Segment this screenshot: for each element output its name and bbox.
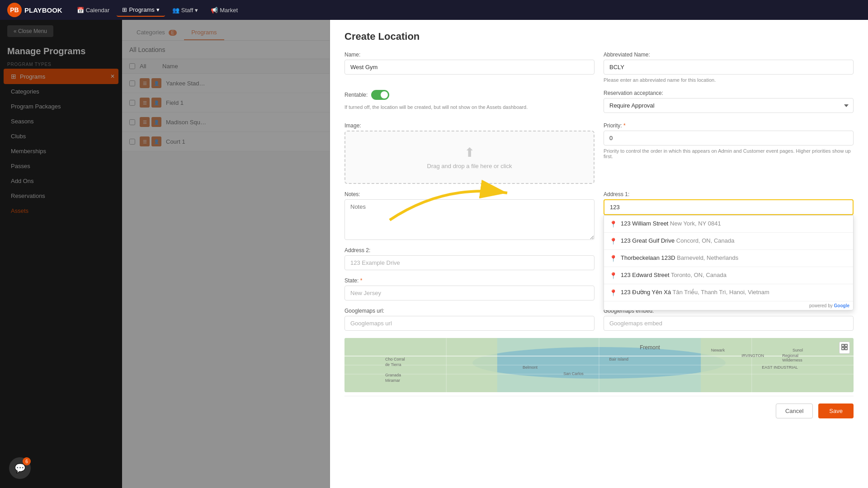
toggle-slider: [371, 90, 389, 100]
svg-rect-28: [845, 347, 847, 350]
pin-icon: 📍: [609, 221, 617, 228]
google-text: Google: [834, 303, 849, 308]
state-label: State: *: [344, 277, 594, 284]
notes-label: Notes:: [344, 191, 594, 197]
svg-text:Cho Corral: Cho Corral: [385, 357, 405, 361]
googlemaps-url-label: Googlemaps url:: [344, 308, 594, 314]
address2-input[interactable]: [344, 255, 594, 270]
rentable-label: Rentable:: [344, 92, 368, 98]
expand-icon: [841, 344, 848, 350]
notes-textarea[interactable]: [344, 199, 594, 240]
autocomplete-text: Thorbeckelaan 123D Barneveld, Netherland…: [621, 254, 738, 261]
priority-label: Priority: *: [604, 122, 854, 129]
name-label: Name:: [344, 52, 594, 58]
upload-icon: ⬆: [359, 145, 580, 160]
reservation-acceptance-label: Reservation acceptance:: [604, 90, 854, 96]
rentable-hint: If turned off, the location will be crea…: [344, 104, 594, 110]
autocomplete-text: 123 Đường Yên Xá Tân Triều, Thanh Trì, H…: [621, 289, 769, 296]
svg-text:IRVINGTON: IRVINGTON: [741, 353, 764, 358]
form-group-notes: Notes:: [344, 191, 594, 240]
address2-label: Address 2:: [344, 247, 594, 253]
form-group-googlemaps-embed: Googlemaps embed:: [604, 308, 854, 331]
image-upload-text: Drag and drop a file here or click: [427, 163, 512, 169]
backdrop-overlay: [122, 20, 330, 488]
autocomplete-item[interactable]: 📍 123 William Street New York, NY 0841: [604, 216, 853, 233]
logo: PB PLAYBOOK: [7, 3, 62, 17]
autocomplete-item[interactable]: 📍 123 Great Gulf Drive Concord, ON, Cana…: [604, 233, 853, 250]
abbreviated-name-label: Abbreviated Name:: [604, 52, 854, 58]
form-group-address1: Address 1: 📍 123 William Street New York…: [604, 191, 854, 240]
abbreviated-name-hint: Please enter an abbreviated name for thi…: [604, 77, 854, 83]
pin-icon: 📍: [609, 272, 617, 279]
form-group-abbreviated-name: Abbreviated Name: Please enter an abbrev…: [604, 52, 854, 83]
priority-input[interactable]: [604, 131, 854, 145]
modal-footer: Cancel Save: [344, 396, 854, 426]
address1-label: Address 1:: [604, 191, 854, 197]
autocomplete-item[interactable]: 📍 123 Đường Yên Xá Tân Triều, Thanh Trì,…: [604, 284, 853, 301]
topnav: PB PLAYBOOK 📅 Calendar ⊞ Programs ▾ 👥 St…: [0, 0, 868, 20]
form-row-image-priority: Image: ⬆ Drag and drop a file here or cl…: [344, 122, 854, 184]
image-upload-area[interactable]: ⬆ Drag and drop a file here or click: [344, 131, 594, 184]
nav-calendar[interactable]: 📅 Calendar: [71, 4, 115, 16]
svg-rect-27: [842, 347, 844, 350]
logo-icon: PB: [7, 3, 22, 17]
nav-staff[interactable]: 👥 Staff ▾: [167, 4, 204, 16]
form-row-rentable: Rentable: If turned off, the location wi…: [344, 90, 854, 115]
form-group-rentable: Rentable: If turned off, the location wi…: [344, 90, 594, 115]
name-input[interactable]: [344, 60, 594, 75]
svg-text:Sunol: Sunol: [793, 348, 803, 352]
chat-bubble[interactable]: 💬 6: [9, 457, 31, 479]
main-content: Categories E Programs All Locations All …: [122, 20, 868, 488]
create-location-modal: Create Location Name: Abbreviated Name: …: [330, 20, 868, 488]
address1-input[interactable]: [604, 199, 854, 215]
form-group-priority: Priority: * Priority to control the orde…: [604, 122, 854, 184]
googlemaps-embed-input[interactable]: [604, 316, 854, 331]
autocomplete-item[interactable]: 📍 123 Edward Street Toronto, ON, Canada: [604, 267, 853, 284]
svg-rect-25: [842, 344, 844, 347]
svg-text:San Carlos: San Carlos: [563, 371, 584, 376]
svg-text:EAST INDUSTRIAL: EAST INDUSTRIAL: [762, 365, 797, 370]
svg-text:Regional: Regional: [782, 353, 798, 358]
svg-rect-26: [845, 344, 847, 347]
googlemaps-url-input[interactable]: [344, 316, 594, 331]
svg-text:de Tierra: de Tierra: [385, 362, 401, 367]
autocomplete-text: 123 Edward Street Toronto, ON, Canada: [621, 272, 726, 278]
map-svg: Fremont Cho Corral de Tierra Granada Mir…: [344, 338, 854, 392]
form-row-notes: Notes: Address 1: 📍 123 William Street N…: [344, 191, 854, 240]
map-container: Fremont Cho Corral de Tierra Granada Mir…: [344, 338, 854, 392]
svg-text:Belmont: Belmont: [523, 365, 538, 370]
form-group-state: State: *: [344, 277, 594, 300]
abbreviated-name-input[interactable]: [604, 60, 854, 75]
image-label: Image:: [344, 122, 594, 129]
pin-icon: 📍: [609, 238, 617, 245]
svg-text:Wilderness: Wilderness: [782, 358, 802, 362]
cancel-button[interactable]: Cancel: [776, 404, 813, 418]
app-name: PLAYBOOK: [24, 6, 62, 14]
form-group-name: Name:: [344, 52, 594, 83]
svg-text:Granada: Granada: [385, 373, 401, 377]
autocomplete-dropdown: 📍 123 William Street New York, NY 0841 📍…: [604, 215, 854, 310]
form-row-googlemaps: Googlemaps url: Googlemaps embed:: [344, 308, 854, 331]
form-group-address2: Address 2:: [344, 247, 594, 270]
form-group-reservation-acceptance: Reservation acceptance: Require Approval…: [604, 90, 854, 115]
powered-by: powered by Google: [604, 301, 853, 310]
form-group-googlemaps-url: Googlemaps url:: [344, 308, 594, 331]
svg-text:Miramar: Miramar: [385, 378, 400, 383]
autocomplete-text: 123 William Street New York, NY 0841: [621, 220, 721, 227]
form-row-name: Name: Abbreviated Name: Please enter an …: [344, 52, 854, 83]
topnav-items: 📅 Calendar ⊞ Programs ▾ 👥 Staff ▾ 📢 Mark…: [71, 4, 243, 17]
nav-market[interactable]: 📢 Market: [205, 4, 243, 16]
state-input[interactable]: [344, 286, 594, 300]
svg-text:Newark: Newark: [711, 348, 725, 352]
map-expand-button[interactable]: [839, 342, 850, 354]
modal-title: Create Location: [344, 31, 854, 42]
toggle-row: Rentable:: [344, 90, 594, 100]
form-group-image: Image: ⬆ Drag and drop a file here or cl…: [344, 122, 594, 184]
rentable-toggle[interactable]: [371, 90, 389, 100]
autocomplete-item[interactable]: 📍 Thorbeckelaan 123D Barneveld, Netherla…: [604, 250, 853, 267]
pin-icon: 📍: [609, 255, 617, 262]
pin-icon: 📍: [609, 289, 617, 296]
reservation-acceptance-select[interactable]: Require Approval Auto Accept No Reservat…: [604, 98, 854, 113]
save-button[interactable]: Save: [818, 404, 854, 418]
nav-programs[interactable]: ⊞ Programs ▾: [117, 4, 165, 17]
